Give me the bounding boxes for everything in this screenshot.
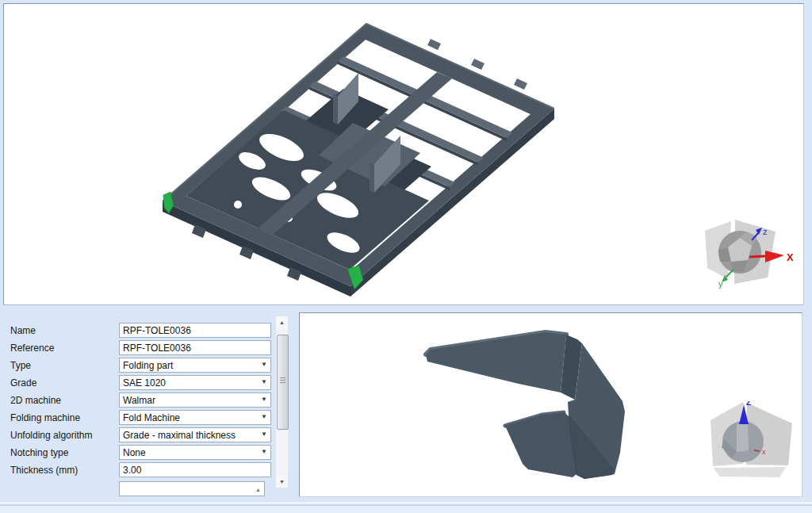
reference-label: Reference bbox=[10, 343, 54, 354]
field-row-grade: Grade SAE 1020 ▼ bbox=[0, 375, 297, 392]
field-row-type: Type Folding part ▼ bbox=[0, 358, 297, 374]
combo-arrow-icon[interactable]: ▼ bbox=[261, 414, 267, 420]
notching-type-label: Notching type bbox=[10, 447, 68, 458]
part-3d-viewport[interactable]: Z x bbox=[299, 312, 802, 497]
axis-x-label: x bbox=[762, 448, 766, 456]
reference-input[interactable] bbox=[119, 340, 271, 355]
field-row-reference: Reference bbox=[0, 340, 297, 357]
assembly-3d-model bbox=[4, 4, 803, 304]
axis-y-label: y bbox=[718, 279, 723, 289]
combo-arrow-icon[interactable]: ▼ bbox=[261, 379, 267, 385]
spinner-up-icon[interactable]: ▲ bbox=[255, 487, 261, 492]
combo-arrow-icon[interactable]: ▼ bbox=[261, 431, 267, 438]
scrollbar-thumb-grip bbox=[280, 377, 285, 385]
properties-scrollbar[interactable]: ▲ ▼ bbox=[275, 316, 289, 488]
combo-arrow-icon[interactable]: ▼ bbox=[261, 449, 267, 455]
grade-combobox[interactable]: SAE 1020 ▼ bbox=[119, 375, 271, 390]
thickness-label: Thickness (mm) bbox=[10, 465, 78, 476]
name-label: Name bbox=[10, 325, 36, 336]
type-label: Type bbox=[10, 360, 31, 371]
scrollbar-down-button[interactable]: ▼ bbox=[276, 476, 288, 488]
2d-machine-label: 2D machine bbox=[10, 395, 61, 406]
orientation-gizmo-assembly[interactable]: z y X bbox=[703, 219, 797, 298]
combo-arrow-icon[interactable]: ▼ bbox=[261, 396, 267, 403]
unfolding-algorithm-combobox[interactable]: Grade - maximal thickness ▼ bbox=[119, 427, 271, 442]
scrollbar-up-icon: ▲ bbox=[279, 320, 285, 325]
part-properties-panel: Name Reference Type Folding part ▼ Grade… bbox=[0, 307, 297, 497]
field-row-notching-type: Notching type None ▼ bbox=[0, 445, 297, 461]
scrollbar-up-button[interactable]: ▲ bbox=[276, 316, 288, 328]
status-bar bbox=[0, 504, 812, 513]
extra-spinner-field[interactable]: ▲ bbox=[119, 481, 265, 496]
field-row-thickness: Thickness (mm) bbox=[0, 462, 297, 479]
field-row-folding-machine: Folding machine Fold Machine ▼ bbox=[0, 410, 297, 427]
field-row-2d-machine: 2D machine Walmar ▼ bbox=[0, 392, 297, 409]
unfolding-algorithm-label: Unfolding algorithm bbox=[10, 430, 92, 441]
scrollbar-thumb[interactable] bbox=[277, 335, 289, 430]
orientation-gizmo-part[interactable]: Z x bbox=[707, 401, 795, 482]
thickness-input[interactable] bbox=[119, 462, 271, 477]
name-input[interactable] bbox=[119, 323, 271, 338]
folding-machine-label: Folding machine bbox=[10, 412, 80, 423]
field-row-extra: ▲ bbox=[0, 481, 297, 497]
axis-z-label: Z bbox=[746, 401, 751, 407]
notching-type-combobox[interactable]: None ▼ bbox=[119, 445, 271, 460]
assembly-3d-viewport[interactable]: z y X bbox=[3, 3, 804, 305]
scrollbar-down-icon: ▼ bbox=[279, 479, 285, 484]
field-row-name: Name bbox=[0, 323, 297, 339]
combo-arrow-icon[interactable]: ▼ bbox=[261, 362, 267, 368]
folding-machine-combobox[interactable]: Fold Machine ▼ bbox=[119, 410, 271, 425]
field-row-unfolding-algorithm: Unfolding algorithm Grade - maximal thic… bbox=[0, 427, 297, 444]
axis-x-label: X bbox=[787, 251, 794, 263]
axis-z-label: z bbox=[763, 227, 768, 236]
grade-label: Grade bbox=[10, 377, 36, 389]
type-combobox[interactable]: Folding part ▼ bbox=[119, 358, 271, 373]
2d-machine-combobox[interactable]: Walmar ▼ bbox=[119, 392, 271, 408]
